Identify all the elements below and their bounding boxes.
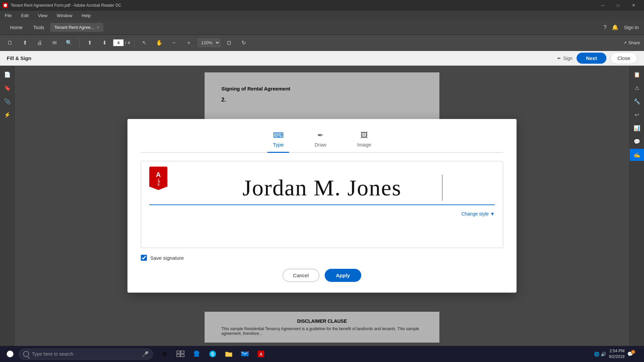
change-style-button[interactable]: Change style ▼ [461, 211, 495, 217]
tab-home[interactable]: Home [5, 22, 27, 33]
modal-overlay: ⌨ Type ✒ Draw 🖼 Image [15, 66, 629, 346]
next-page-button[interactable]: ⬇ [98, 37, 110, 49]
tab-doc-label: Tenant Rent Agree... [54, 25, 94, 30]
zoom-out-button[interactable]: − [168, 37, 180, 49]
print-button[interactable]: 🖨 [34, 37, 46, 49]
network-icon[interactable]: 🌐 [594, 352, 599, 357]
notification-icon[interactable]: 🔔 [612, 24, 619, 31]
close-button[interactable]: ✕ [626, 0, 641, 11]
adobe-badge: A Sign [149, 167, 167, 190]
apply-button[interactable]: Apply [325, 269, 362, 282]
cursor-tool[interactable]: ↖ [139, 37, 151, 49]
right-sidebar-icon-1[interactable]: 📋 [631, 68, 643, 80]
sidebar-layers-icon[interactable]: ⚡ [1, 109, 13, 121]
taskbar-date-display: 9/2/2019 [609, 354, 625, 360]
menu-help[interactable]: Help [80, 12, 93, 19]
fit-page-button[interactable]: ⊡ [223, 37, 235, 49]
new-file-button[interactable]: 🗋 [4, 37, 16, 49]
minimize-button[interactable]: ─ [595, 0, 610, 11]
taskbar-app-skype[interactable]: S [205, 347, 220, 361]
save-signature-row: Save signature [141, 255, 503, 261]
close-fill-sign-button[interactable]: Close [610, 52, 637, 64]
taskbar-apps: ⧉ S 14 A [157, 347, 268, 361]
taskbar-time-display: 2:54 PM [609, 348, 625, 354]
pen-icon: ✒ [317, 131, 323, 140]
menu-window[interactable]: Window [55, 12, 74, 19]
maximize-button[interactable]: □ [610, 0, 626, 11]
tab-image[interactable]: 🖼 Image [352, 128, 377, 152]
start-button[interactable] [3, 347, 17, 361]
page-navigation: / 4 [113, 39, 130, 46]
tab-tools[interactable]: Tools [29, 22, 49, 33]
right-sidebar-icon-4[interactable]: ↩ [631, 109, 643, 121]
adobe-badge-text: Sign [157, 179, 160, 186]
change-style-label: Change style [461, 211, 489, 217]
sign-button[interactable]: ✒ Sign [557, 56, 573, 61]
signature-text: Jordan M. Jones [149, 168, 495, 204]
save-signature-label[interactable]: Save signature [150, 255, 184, 261]
signature-area: A Sign Jordan M. Jones Change style ▼ [141, 161, 503, 248]
right-sidebar-icon-6[interactable]: 💬 [631, 135, 643, 147]
tab-type[interactable]: ⌨ Type [267, 128, 289, 152]
sidebar-attach-icon[interactable]: 📎 [1, 95, 13, 107]
sign-label: Sign [563, 56, 573, 61]
right-sidebar-icon-3[interactable]: 🔧 [631, 95, 643, 107]
separator-1 [79, 38, 79, 48]
taskbar: Type here to search 🎤 ⧉ S 14 A 🌐 🔊 [0, 346, 644, 362]
tab-draw[interactable]: ✒ Draw [309, 128, 332, 152]
share-button[interactable]: ↗ Share [623, 40, 640, 45]
right-sidebar-icon-2[interactable]: ⚠ [631, 82, 643, 94]
action-center-icon[interactable]: 💬9 [627, 351, 637, 357]
sign-in-button[interactable]: Sign In [624, 25, 639, 30]
menu-view[interactable]: View [36, 12, 49, 19]
prev-page-button[interactable]: ⬆ [84, 37, 96, 49]
hand-tool[interactable]: ✋ [153, 37, 165, 49]
svg-rect-2 [177, 354, 180, 357]
search-bar[interactable]: Type here to search 🎤 [19, 349, 153, 360]
sidebar-bookmark-icon[interactable]: 🔖 [1, 82, 13, 94]
taskbar-app-mail[interactable]: 14 [237, 347, 252, 361]
taskbar-app-files[interactable] [221, 347, 236, 361]
tab-image-label: Image [357, 142, 371, 147]
window-title: Tenant Rent Agreement Form.pdf - Adobe A… [11, 3, 121, 8]
right-sidebar-icon-7[interactable]: ✍ [630, 149, 644, 161]
next-button[interactable]: Next [577, 53, 606, 64]
title-bar: Tenant Rent Agreement Form.pdf - Adobe A… [0, 0, 644, 11]
taskbar-app-cards[interactable] [173, 347, 188, 361]
taskbar-right: 🌐 🔊 2:54 PM 9/2/2019 💬9 [594, 348, 641, 360]
task-view-button[interactable]: ⧉ [157, 347, 172, 361]
rotate-button[interactable]: ↻ [238, 37, 250, 49]
tab-document[interactable]: Tenant Rent Agree... × [50, 23, 103, 32]
volume-icon[interactable]: 🔊 [601, 352, 606, 357]
signature-modal: ⌨ Type ✒ Draw 🖼 Image [127, 119, 517, 293]
taskbar-app-edge[interactable] [189, 347, 204, 361]
cancel-button[interactable]: Cancel [283, 269, 319, 282]
taskbar-app-acrobat[interactable]: A [254, 347, 268, 361]
keyboard-icon: ⌨ [273, 131, 284, 140]
menu-bar: File Edit View Window Help [0, 11, 644, 20]
microphone-icon[interactable]: 🎤 [142, 351, 149, 357]
zoom-in-button[interactable]: + [183, 37, 195, 49]
tab-type-label: Type [273, 142, 284, 147]
zoom-select[interactable]: 120% [198, 39, 220, 47]
search-button[interactable]: 🔍 [63, 37, 75, 49]
save-signature-checkbox[interactable] [141, 255, 147, 261]
tab-close-button[interactable]: × [97, 25, 99, 30]
toolbar: 🗋 ⬆ 🖨 ✉ 🔍 ⬆ ⬇ / 4 ↖ ✋ − + 120% ⊡ ↻ ↗ Sha… [0, 35, 644, 51]
menu-edit[interactable]: Edit [19, 12, 31, 19]
taskbar-clock[interactable]: 2:54 PM 9/2/2019 [609, 348, 625, 360]
page-number-input[interactable] [113, 39, 124, 46]
sidebar-pages-icon[interactable]: 📄 [1, 68, 13, 80]
main-area: 📄 🔖 📎 ⚡ Signing of Rental Agreement 2. 2… [0, 66, 644, 346]
svg-text:S: S [211, 351, 214, 357]
image-icon: 🖼 [361, 131, 368, 140]
right-sidebar-icon-5[interactable]: 📊 [631, 122, 643, 134]
upload-button[interactable]: ⬆ [19, 37, 31, 49]
help-icon[interactable]: ? [604, 24, 607, 31]
menu-file[interactable]: File [3, 12, 14, 19]
adobe-badge-icon: A [156, 171, 161, 179]
tab-bar: Home Tools Tenant Rent Agree... × ? 🔔 Si… [0, 20, 644, 35]
app-icon [3, 3, 8, 8]
email-button[interactable]: ✉ [48, 37, 60, 49]
svg-rect-0 [177, 351, 180, 353]
